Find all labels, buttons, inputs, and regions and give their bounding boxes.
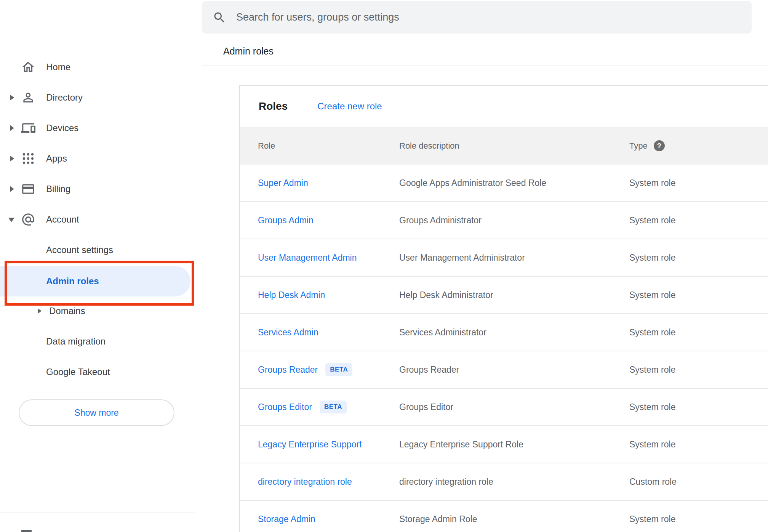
collapse-chevron-icon[interactable] bbox=[8, 218, 14, 222]
role-description: Help Desk Administrator bbox=[399, 290, 629, 300]
search-input[interactable] bbox=[236, 11, 752, 23]
expand-chevron-icon[interactable] bbox=[10, 125, 14, 131]
table-row: Help Desk Admin Help Desk Administrator … bbox=[240, 277, 768, 314]
role-description: Google Apps Administrator Seed Role bbox=[399, 178, 629, 188]
role-link[interactable]: Help Desk Admin bbox=[258, 290, 325, 300]
home-icon bbox=[21, 60, 35, 74]
sidebar-item-label: Billing bbox=[46, 184, 70, 194]
roles-card-header: Roles Create new role bbox=[240, 86, 768, 127]
breadcrumb: Admin roles bbox=[223, 46, 274, 57]
sidebar-item-label: Domains bbox=[49, 306, 85, 316]
person-icon bbox=[21, 90, 35, 105]
table-row: Groups Editor BETA Groups Editor System … bbox=[240, 389, 768, 426]
role-type: System role bbox=[629, 327, 768, 338]
role-type: System role bbox=[629, 514, 768, 524]
sidebar-item-label: Admin roles bbox=[46, 276, 99, 287]
beta-badge: BETA bbox=[325, 363, 352, 376]
role-description: User Management Administrator bbox=[399, 253, 629, 263]
search-icon bbox=[213, 11, 226, 24]
table-header-row: Role Role description Type ? bbox=[240, 127, 768, 165]
role-type: Custom role bbox=[629, 477, 768, 487]
credit-card-icon bbox=[21, 182, 35, 196]
role-link[interactable]: Groups Reader bbox=[258, 365, 318, 375]
breadcrumb-divider bbox=[202, 66, 768, 66]
role-type: System role bbox=[629, 253, 768, 263]
table-row: Groups Admin Groups Administrator System… bbox=[240, 202, 768, 239]
sidebar-item-label: Account settings bbox=[46, 245, 113, 255]
sidebar-item-label: Home bbox=[46, 62, 70, 72]
role-description: directory integration role bbox=[399, 477, 629, 487]
sidebar-item-apps[interactable]: Apps bbox=[0, 143, 196, 174]
role-link[interactable]: directory integration role bbox=[258, 477, 352, 487]
role-description: Legacy Enterprise Support Role bbox=[399, 439, 629, 450]
column-header-type-label: Type bbox=[629, 141, 648, 151]
sidebar-item-account-settings[interactable]: Account settings bbox=[0, 235, 196, 265]
card-title: Roles bbox=[259, 100, 288, 112]
sidebar-item-devices[interactable]: Devices bbox=[0, 113, 196, 143]
column-header-role: Role bbox=[258, 141, 399, 151]
column-header-type: Type ? bbox=[629, 140, 768, 151]
sidebar-item-data-migration[interactable]: Data migration bbox=[0, 326, 196, 357]
sidebar-bottom-divider bbox=[0, 513, 195, 513]
role-link[interactable]: Groups Editor bbox=[258, 402, 312, 412]
table-row: Legacy Enterprise Support Legacy Enterpr… bbox=[240, 426, 768, 463]
table-row: directory integration role directory int… bbox=[240, 463, 768, 501]
show-more-button[interactable]: Show more bbox=[19, 399, 174, 426]
sidebar: Home Directory Devices bbox=[0, 0, 196, 532]
search-bar[interactable] bbox=[202, 1, 752, 34]
table-row: User Management Admin User Management Ad… bbox=[240, 239, 768, 277]
devices-icon bbox=[21, 121, 35, 135]
roles-card: Roles Create new role Role Role descript… bbox=[239, 85, 768, 532]
role-description: Services Administrator bbox=[399, 327, 629, 338]
sidebar-item-google-takeout[interactable]: Google Takeout bbox=[0, 357, 196, 387]
sidebar-item-admin-roles-selected[interactable]: Admin roles bbox=[0, 266, 190, 296]
role-link[interactable]: Super Admin bbox=[258, 178, 308, 188]
table-row: Services Admin Services Administrator Sy… bbox=[240, 314, 768, 351]
role-link[interactable]: Groups Admin bbox=[258, 215, 314, 226]
sidebar-item-label: Directory bbox=[46, 92, 83, 103]
table-row: Storage Admin Storage Admin Role System … bbox=[240, 501, 768, 532]
sidebar-item-account[interactable]: Account bbox=[0, 204, 196, 235]
role-description: Groups Reader bbox=[399, 365, 629, 375]
sidebar-item-label: Google Takeout bbox=[46, 367, 110, 377]
admin-console-page: Admin Admin roles Home Directory bbox=[0, 0, 768, 532]
role-type: System role bbox=[629, 178, 768, 188]
sidebar-item-label: Devices bbox=[46, 123, 78, 133]
apps-grid-icon bbox=[21, 151, 35, 166]
sidebar-item-domains[interactable]: Domains bbox=[0, 296, 196, 326]
role-link[interactable]: Services Admin bbox=[258, 327, 318, 338]
expand-chevron-icon[interactable] bbox=[10, 186, 14, 192]
clipped-bottom-icon bbox=[21, 530, 32, 532]
column-header-role-description: Role description bbox=[399, 141, 629, 151]
role-type: System role bbox=[629, 439, 768, 450]
role-description: Groups Editor bbox=[399, 402, 629, 412]
role-description: Groups Administrator bbox=[399, 215, 629, 226]
sidebar-item-directory[interactable]: Directory bbox=[0, 82, 196, 113]
sidebar-item-home[interactable]: Home bbox=[0, 52, 196, 82]
sidebar-item-label: Data migration bbox=[46, 336, 106, 347]
role-type: System role bbox=[629, 365, 768, 375]
table-row: Groups Reader BETA Groups Reader System … bbox=[240, 351, 768, 389]
role-type: System role bbox=[629, 215, 768, 226]
create-new-role-link[interactable]: Create new role bbox=[317, 101, 382, 112]
role-type: System role bbox=[629, 402, 768, 412]
role-link[interactable]: Storage Admin bbox=[258, 514, 315, 524]
expand-chevron-icon[interactable] bbox=[38, 308, 42, 314]
table-row: Super Admin Google Apps Administrator Se… bbox=[240, 165, 768, 202]
role-link[interactable]: User Management Admin bbox=[258, 253, 357, 263]
role-description: Storage Admin Role bbox=[399, 514, 629, 524]
role-link[interactable]: Legacy Enterprise Support bbox=[258, 439, 362, 450]
expand-chevron-icon[interactable] bbox=[10, 95, 14, 101]
help-icon[interactable]: ? bbox=[654, 140, 665, 151]
role-type: System role bbox=[629, 290, 768, 300]
sidebar-item-label: Apps bbox=[46, 153, 67, 164]
expand-chevron-icon[interactable] bbox=[10, 155, 14, 162]
at-sign-icon bbox=[21, 212, 35, 227]
sidebar-item-billing[interactable]: Billing bbox=[0, 174, 196, 204]
sidebar-item-label: Account bbox=[46, 214, 79, 225]
beta-badge: BETA bbox=[320, 401, 347, 413]
